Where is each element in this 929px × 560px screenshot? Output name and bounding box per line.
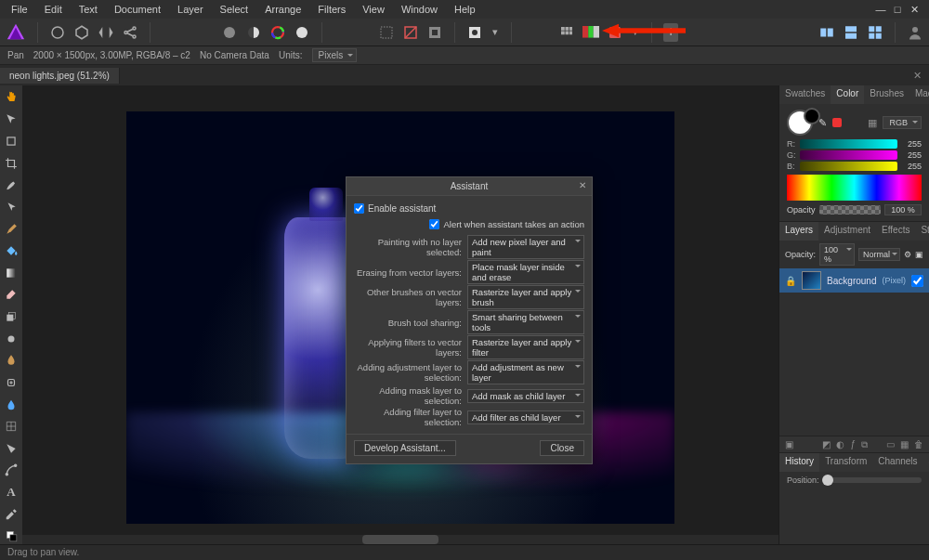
selection-invert-icon[interactable] <box>426 24 443 41</box>
tab-32p[interactable]: 32P <box>923 453 929 472</box>
adjustment-add-icon[interactable]: ◐ <box>836 439 844 449</box>
fill-tool-icon[interactable] <box>3 242 20 259</box>
mesh-warp-icon[interactable] <box>3 418 20 435</box>
horizontal-scrollbar[interactable] <box>22 535 779 544</box>
fx-icon[interactable]: ƒ <box>850 439 856 449</box>
window-minimize-button[interactable]: — <box>875 4 886 16</box>
enable-assistant-checkbox[interactable]: Enable assistant <box>354 203 584 214</box>
layer-gear-icon[interactable]: ⚙ <box>904 250 911 259</box>
info-icon[interactable]: ▦ <box>868 117 877 129</box>
develop-assistant-button[interactable]: Develop Assistant... <box>354 440 456 456</box>
color-chooser-icon[interactable] <box>582 24 599 41</box>
green-slider[interactable] <box>800 150 897 160</box>
menu-document[interactable]: Document <box>107 2 168 17</box>
autocontrast-icon[interactable] <box>221 24 238 41</box>
window-maximize-button[interactable]: □ <box>892 4 903 16</box>
menu-view[interactable]: View <box>355 2 392 17</box>
text-tool-icon[interactable]: A <box>3 484 20 501</box>
layer-pin-icon[interactable]: ▣ <box>915 250 923 259</box>
tab-close-button[interactable]: ✕ <box>906 70 929 82</box>
tab-macro[interactable]: Macro <box>909 85 929 104</box>
add-pixel-layer-icon[interactable]: ▦ <box>900 439 909 449</box>
history-slider[interactable] <box>825 477 922 483</box>
account-icon[interactable] <box>907 24 923 41</box>
white-balance-icon[interactable] <box>294 24 310 41</box>
tab-swatches[interactable]: Swatches <box>779 85 831 104</box>
mirror-icon[interactable] <box>98 24 114 41</box>
menu-filters[interactable]: Filters <box>310 2 353 17</box>
selection-brush-icon[interactable] <box>3 177 20 194</box>
preferences-icon[interactable] <box>73 24 90 41</box>
paint-brush-icon[interactable] <box>3 221 20 238</box>
arrange-horiz-icon[interactable] <box>818 24 835 41</box>
row-dropdown[interactable]: Add new pixel layer and paint <box>467 235 584 259</box>
tab-transform[interactable]: Transform <box>819 453 872 472</box>
node-tool-icon[interactable] <box>3 462 20 479</box>
arrange-grid-icon[interactable] <box>867 24 883 41</box>
move-tool-icon[interactable] <box>3 111 20 128</box>
row-dropdown[interactable]: Place mask layer inside and erase <box>467 260 584 284</box>
layer-visible-checkbox[interactable] <box>911 275 923 287</box>
quick-mask-dropdown-icon[interactable]: ▾ <box>491 24 500 41</box>
tab-styles[interactable]: Styles <box>915 222 929 241</box>
pen-tool-icon[interactable] <box>3 440 20 457</box>
opacity-slider[interactable] <box>819 205 881 215</box>
picked-color-swatch[interactable] <box>832 118 842 127</box>
close-button[interactable]: Close <box>540 440 584 456</box>
menu-arrange[interactable]: Arrange <box>257 2 308 17</box>
view-tool-icon[interactable] <box>3 133 20 150</box>
levels-icon[interactable] <box>245 24 262 41</box>
window-close-button[interactable]: ✕ <box>909 4 920 16</box>
row-dropdown[interactable]: Rasterize layer and apply filter <box>467 335 584 359</box>
dialog-close-icon[interactable]: ✕ <box>579 180 586 190</box>
tab-history[interactable]: History <box>779 453 819 472</box>
crop-tool-icon[interactable] <box>3 155 20 172</box>
tab-adjustment[interactable]: Adjustment <box>818 222 876 241</box>
menu-layer[interactable]: Layer <box>170 2 211 17</box>
tab-brushes[interactable]: Brushes <box>864 85 909 104</box>
color-model-dropdown[interactable]: RGB <box>883 116 922 129</box>
tab-effects[interactable]: Effects <box>876 222 915 241</box>
grid-icon[interactable] <box>558 24 575 41</box>
document-tab[interactable]: neon lights.jpeg (51.2%) <box>0 68 120 84</box>
add-layer-icon[interactable]: ▭ <box>886 439 895 449</box>
layer-opacity-dropdown[interactable]: 100 % <box>819 243 855 266</box>
units-dropdown[interactable]: Pixels <box>312 48 358 62</box>
hue-spectrum[interactable] <box>787 175 922 201</box>
menu-help[interactable]: Help <box>447 2 483 17</box>
arrange-vert-icon[interactable] <box>843 24 859 41</box>
color-picker-tool-icon[interactable] <box>3 506 20 523</box>
menu-text[interactable]: Text <box>72 2 105 17</box>
curves-icon[interactable] <box>269 24 286 41</box>
erase-tool-icon[interactable] <box>3 287 20 304</box>
selection-rect-icon[interactable] <box>378 24 395 41</box>
blue-slider[interactable] <box>800 162 897 171</box>
blur-tool-icon[interactable] <box>3 397 20 413</box>
menu-edit[interactable]: Edit <box>37 2 70 17</box>
alert-checkbox[interactable]: Alert when assistant takes an action <box>354 219 584 229</box>
assistant-icon[interactable]: i <box>663 23 678 42</box>
tab-channels[interactable]: Channels <box>872 453 922 472</box>
dodge-tool-icon[interactable] <box>3 331 20 347</box>
document-setup-icon[interactable] <box>49 24 66 41</box>
flood-select-icon[interactable] <box>3 199 20 215</box>
hand-tool-icon[interactable] <box>3 89 20 106</box>
row-dropdown[interactable]: Rasterize layer and apply brush <box>467 285 584 309</box>
clone-tool-icon[interactable] <box>3 308 20 325</box>
crop-layer-icon[interactable]: ⧉ <box>861 439 868 450</box>
mask-icon[interactable]: ◩ <box>822 439 831 449</box>
share-icon[interactable] <box>122 24 138 41</box>
row-dropdown[interactable]: Smart sharing between tools <box>467 310 584 334</box>
menu-file[interactable]: File <box>4 2 35 17</box>
smudge-tool-icon[interactable] <box>3 353 20 370</box>
swatch-fg-bg-icon[interactable] <box>3 528 20 545</box>
swatches-dropdown-icon[interactable]: ▾ <box>631 24 640 41</box>
row-dropdown[interactable]: Add adjustment as new layer <box>467 360 584 384</box>
fg-bg-swatch-icon[interactable] <box>787 110 813 136</box>
row-dropdown[interactable]: Add filter as child layer <box>467 410 584 424</box>
quick-mask-icon[interactable] <box>466 24 483 41</box>
layer-row[interactable]: 🔒 Background (Pixel) <box>779 268 929 293</box>
layer-group-icon[interactable]: ▣ <box>785 439 793 449</box>
menu-select[interactable]: Select <box>213 2 256 17</box>
menu-window[interactable]: Window <box>394 2 445 17</box>
